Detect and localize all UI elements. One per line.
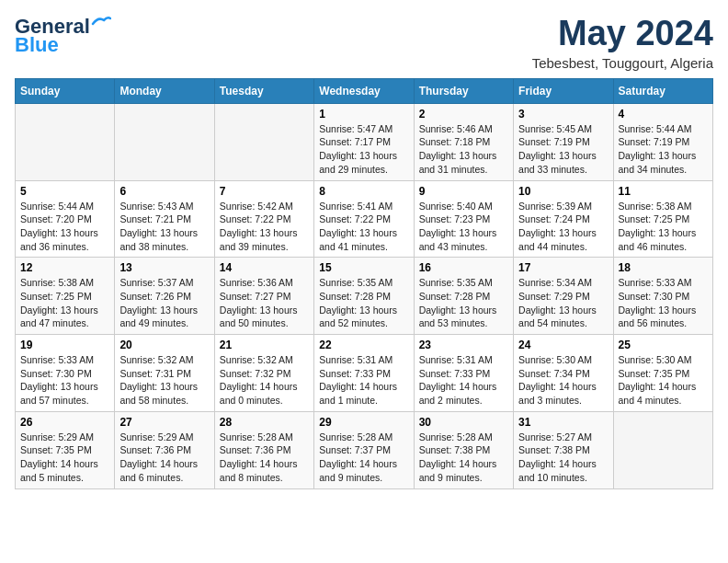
day-info: Sunrise: 5:29 AMSunset: 7:35 PMDaylight:…	[20, 431, 109, 485]
day-number: 25	[619, 339, 708, 351]
calendar-cell: 12Sunrise: 5:38 AMSunset: 7:25 PMDayligh…	[16, 258, 115, 335]
col-header-sunday: Sunday	[16, 78, 115, 103]
day-info: Sunrise: 5:29 AMSunset: 7:36 PMDaylight:…	[119, 431, 209, 485]
calendar-cell: 23Sunrise: 5:31 AMSunset: 7:33 PMDayligh…	[414, 335, 513, 412]
day-info: Sunrise: 5:44 AMSunset: 7:19 PMDaylight:…	[619, 122, 708, 177]
day-number: 31	[518, 416, 608, 429]
calendar-cell	[16, 103, 115, 180]
day-number: 29	[319, 416, 408, 429]
day-info: Sunrise: 5:32 AMSunset: 7:31 PMDaylight:…	[119, 353, 209, 408]
day-number: 2	[419, 108, 508, 121]
day-number: 23	[419, 339, 508, 351]
day-number: 24	[518, 339, 608, 351]
day-number: 11	[619, 185, 708, 198]
calendar-cell: 5Sunrise: 5:44 AMSunset: 7:20 PMDaylight…	[16, 180, 115, 258]
day-number: 26	[20, 416, 109, 429]
day-number: 13	[119, 261, 209, 274]
week-row-4: 19Sunrise: 5:33 AMSunset: 7:30 PMDayligh…	[16, 335, 713, 412]
day-number: 9	[419, 185, 508, 198]
calendar-cell: 19Sunrise: 5:33 AMSunset: 7:30 PMDayligh…	[16, 335, 115, 412]
calendar-cell	[115, 103, 214, 180]
calendar-cell: 16Sunrise: 5:35 AMSunset: 7:28 PMDayligh…	[414, 258, 513, 335]
day-number: 28	[220, 416, 309, 429]
calendar-cell: 2Sunrise: 5:46 AMSunset: 7:18 PMDaylight…	[414, 103, 513, 180]
week-row-2: 5Sunrise: 5:44 AMSunset: 7:20 PMDaylight…	[16, 180, 713, 258]
day-number: 5	[20, 185, 109, 198]
calendar-cell: 28Sunrise: 5:28 AMSunset: 7:36 PMDayligh…	[214, 411, 313, 488]
day-info: Sunrise: 5:32 AMSunset: 7:32 PMDaylight:…	[220, 353, 309, 408]
day-info: Sunrise: 5:28 AMSunset: 7:36 PMDaylight:…	[220, 431, 309, 485]
col-header-saturday: Saturday	[613, 78, 712, 103]
calendar-cell: 25Sunrise: 5:30 AMSunset: 7:35 PMDayligh…	[613, 335, 712, 412]
day-info: Sunrise: 5:31 AMSunset: 7:33 PMDaylight:…	[419, 353, 508, 408]
calendar-cell: 9Sunrise: 5:40 AMSunset: 7:23 PMDaylight…	[414, 180, 513, 258]
day-number: 16	[419, 261, 508, 274]
calendar-cell: 8Sunrise: 5:41 AMSunset: 7:22 PMDaylight…	[314, 180, 414, 258]
day-info: Sunrise: 5:35 AMSunset: 7:28 PMDaylight:…	[319, 276, 408, 330]
calendar-cell: 24Sunrise: 5:30 AMSunset: 7:34 PMDayligh…	[514, 335, 613, 412]
day-info: Sunrise: 5:40 AMSunset: 7:23 PMDaylight:…	[419, 200, 508, 254]
calendar-cell	[613, 411, 712, 488]
day-info: Sunrise: 5:35 AMSunset: 7:28 PMDaylight:…	[419, 276, 508, 330]
title-block: May 2024 Tebesbest, Touggourt, Algeria	[532, 15, 713, 71]
calendar-cell: 26Sunrise: 5:29 AMSunset: 7:35 PMDayligh…	[16, 411, 115, 488]
day-number: 27	[119, 416, 209, 429]
calendar-cell: 30Sunrise: 5:28 AMSunset: 7:38 PMDayligh…	[414, 411, 513, 488]
week-row-1: 1Sunrise: 5:47 AMSunset: 7:17 PMDaylight…	[16, 103, 713, 180]
calendar-cell: 14Sunrise: 5:36 AMSunset: 7:27 PMDayligh…	[214, 258, 313, 335]
col-header-friday: Friday	[514, 78, 613, 103]
calendar-cell	[214, 103, 313, 180]
logo-bird-icon	[91, 15, 111, 31]
day-number: 30	[419, 416, 508, 429]
col-header-wednesday: Wednesday	[314, 78, 414, 103]
calendar-cell: 21Sunrise: 5:32 AMSunset: 7:32 PMDayligh…	[214, 335, 313, 412]
day-info: Sunrise: 5:47 AMSunset: 7:17 PMDaylight:…	[319, 122, 408, 177]
day-info: Sunrise: 5:30 AMSunset: 7:34 PMDaylight:…	[518, 353, 608, 408]
day-info: Sunrise: 5:39 AMSunset: 7:24 PMDaylight:…	[518, 200, 608, 254]
calendar-cell: 10Sunrise: 5:39 AMSunset: 7:24 PMDayligh…	[514, 180, 613, 258]
month-title: May 2024	[532, 15, 713, 53]
page-header: General Blue May 2024 Tebesbest, Touggou…	[15, 15, 713, 71]
day-info: Sunrise: 5:31 AMSunset: 7:33 PMDaylight:…	[319, 353, 408, 408]
week-row-3: 12Sunrise: 5:38 AMSunset: 7:25 PMDayligh…	[16, 258, 713, 335]
logo: General Blue	[15, 15, 111, 55]
col-header-monday: Monday	[115, 78, 214, 103]
day-number: 14	[220, 261, 309, 274]
day-number: 1	[319, 108, 408, 121]
day-number: 21	[220, 339, 309, 351]
calendar-cell: 15Sunrise: 5:35 AMSunset: 7:28 PMDayligh…	[314, 258, 414, 335]
day-info: Sunrise: 5:45 AMSunset: 7:19 PMDaylight:…	[518, 122, 608, 177]
calendar-cell: 17Sunrise: 5:34 AMSunset: 7:29 PMDayligh…	[514, 258, 613, 335]
day-info: Sunrise: 5:27 AMSunset: 7:38 PMDaylight:…	[518, 431, 608, 485]
day-info: Sunrise: 5:28 AMSunset: 7:38 PMDaylight:…	[419, 431, 508, 485]
day-number: 7	[220, 185, 309, 198]
calendar-cell: 20Sunrise: 5:32 AMSunset: 7:31 PMDayligh…	[115, 335, 214, 412]
day-info: Sunrise: 5:43 AMSunset: 7:21 PMDaylight:…	[119, 200, 209, 254]
calendar-cell: 22Sunrise: 5:31 AMSunset: 7:33 PMDayligh…	[314, 335, 414, 412]
calendar-cell: 11Sunrise: 5:38 AMSunset: 7:25 PMDayligh…	[613, 180, 712, 258]
day-number: 8	[319, 185, 408, 198]
header-row: SundayMondayTuesdayWednesdayThursdayFrid…	[16, 78, 713, 103]
day-info: Sunrise: 5:33 AMSunset: 7:30 PMDaylight:…	[619, 276, 708, 330]
day-info: Sunrise: 5:38 AMSunset: 7:25 PMDaylight:…	[619, 200, 708, 254]
day-info: Sunrise: 5:46 AMSunset: 7:18 PMDaylight:…	[419, 122, 508, 177]
calendar-cell: 6Sunrise: 5:43 AMSunset: 7:21 PMDaylight…	[115, 180, 214, 258]
col-header-thursday: Thursday	[414, 78, 513, 103]
day-info: Sunrise: 5:34 AMSunset: 7:29 PMDaylight:…	[518, 276, 608, 330]
day-number: 6	[119, 185, 209, 198]
day-number: 3	[518, 108, 608, 121]
day-info: Sunrise: 5:38 AMSunset: 7:25 PMDaylight:…	[20, 276, 109, 330]
day-number: 15	[319, 261, 408, 274]
day-number: 4	[619, 108, 708, 121]
week-row-5: 26Sunrise: 5:29 AMSunset: 7:35 PMDayligh…	[16, 411, 713, 488]
day-info: Sunrise: 5:33 AMSunset: 7:30 PMDaylight:…	[20, 353, 109, 408]
logo-blue-text: Blue	[15, 35, 59, 55]
day-info: Sunrise: 5:30 AMSunset: 7:35 PMDaylight:…	[619, 353, 708, 408]
calendar-cell: 1Sunrise: 5:47 AMSunset: 7:17 PMDaylight…	[314, 103, 414, 180]
day-info: Sunrise: 5:28 AMSunset: 7:37 PMDaylight:…	[319, 431, 408, 485]
day-number: 22	[319, 339, 408, 351]
day-number: 10	[518, 185, 608, 198]
day-info: Sunrise: 5:37 AMSunset: 7:26 PMDaylight:…	[119, 276, 209, 330]
location-subtitle: Tebesbest, Touggourt, Algeria	[532, 55, 713, 71]
day-info: Sunrise: 5:44 AMSunset: 7:20 PMDaylight:…	[20, 200, 109, 254]
